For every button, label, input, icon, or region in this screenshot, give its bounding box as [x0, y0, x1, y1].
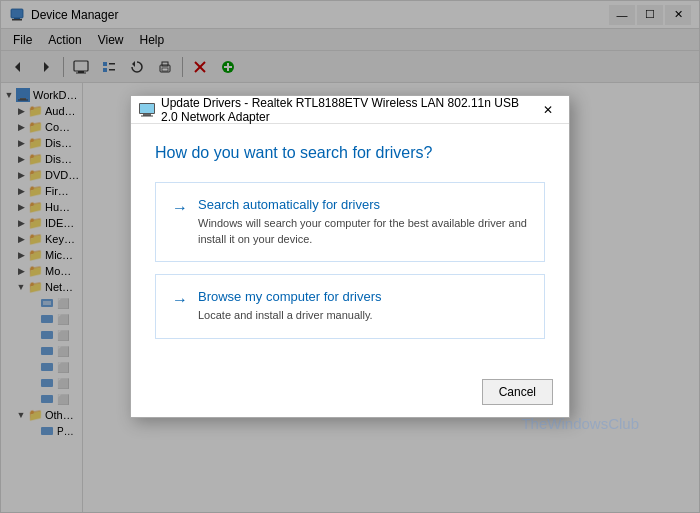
cancel-button[interactable]: Cancel	[482, 379, 553, 405]
dialog-body: How do you want to search for drivers? →…	[131, 124, 569, 370]
option-content-2: Browse my computer for drivers Locate an…	[198, 289, 382, 323]
update-drivers-dialog: Update Drivers - Realtek RTL8188ETV Wire…	[130, 95, 570, 417]
dialog-title-bar: Update Drivers - Realtek RTL8188ETV Wire…	[131, 96, 569, 124]
arrow-icon-1: →	[172, 199, 188, 217]
option-title-2: Browse my computer for drivers	[198, 289, 382, 304]
arrow-icon-2: →	[172, 291, 188, 309]
dialog-title-text: Update Drivers - Realtek RTL8188ETV Wire…	[161, 96, 535, 124]
svg-rect-34	[140, 104, 154, 113]
option-title-1: Search automatically for drivers	[198, 197, 528, 212]
browse-computer-option[interactable]: → Browse my computer for drivers Locate …	[155, 274, 545, 338]
dialog-footer: Cancel	[131, 371, 569, 417]
svg-rect-36	[141, 115, 153, 116]
search-automatically-option[interactable]: → Search automatically for drivers Windo…	[155, 182, 545, 262]
option-content-1: Search automatically for drivers Windows…	[198, 197, 528, 247]
option-desc-1: Windows will search your computer for th…	[198, 216, 528, 247]
dialog-close-button[interactable]: ✕	[535, 100, 561, 120]
modal-overlay: Update Drivers - Realtek RTL8188ETV Wire…	[1, 1, 699, 512]
dialog-question: How do you want to search for drivers?	[155, 144, 545, 162]
device-manager-window: Device Manager — ☐ ✕ File Action View He…	[0, 0, 700, 513]
dialog-title-icon	[139, 102, 155, 118]
watermark-text: TheWindowsClub	[521, 415, 639, 432]
option-desc-2: Locate and install a driver manually.	[198, 308, 382, 323]
